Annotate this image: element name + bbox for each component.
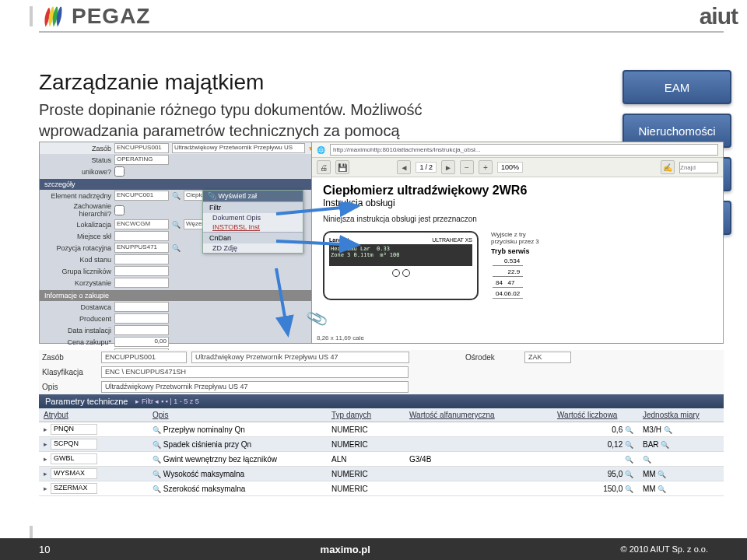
- lokalizacja-field[interactable]: ENCWCGM: [114, 219, 169, 229]
- num-cell[interactable]: 0,6: [612, 425, 622, 434]
- l-zasob-field[interactable]: ENCUPPUS001: [101, 352, 187, 363]
- search-icon[interactable]: 🔍: [153, 471, 161, 478]
- table-row[interactable]: ▸PNQN🔍 Przepływ nominalny QnNUMERIC0,6 🔍…: [39, 422, 724, 437]
- search-icon[interactable]: 🔍: [153, 456, 161, 464]
- page-total: 2: [429, 163, 433, 171]
- alfa-cell[interactable]: [405, 422, 552, 437]
- col-jedn[interactable]: Jednostka miary: [638, 408, 724, 422]
- alfa-cell[interactable]: [405, 467, 552, 481]
- jedn-cell[interactable]: BAR: [643, 440, 659, 449]
- datainstalacji-field[interactable]: [114, 325, 169, 335]
- l-klas-field[interactable]: ENC \ ENCUPPUS471SH: [101, 366, 409, 378]
- search-icon[interactable]: 🔍: [625, 426, 633, 434]
- jedn-cell[interactable]: M3/H: [643, 425, 661, 434]
- attr-field[interactable]: WYSMAX: [51, 468, 97, 479]
- zoom-out-icon[interactable]: −: [460, 160, 474, 174]
- l-osrodek-field[interactable]: ZAK: [524, 352, 571, 363]
- alfa-cell[interactable]: [405, 437, 552, 452]
- search-icon[interactable]: 🔍: [643, 456, 651, 464]
- l-opis-field[interactable]: Ultradźwiękowy Przetwornik Przepływu US …: [101, 381, 409, 393]
- table-row[interactable]: ▸SZERMAX🔍 Szerokość maksymalnaNUMERIC150…: [39, 481, 724, 496]
- col-num[interactable]: Wartość liczbowa: [552, 408, 638, 422]
- doc-subtitle: Instrukcja obsługi: [323, 198, 712, 208]
- row-expand-icon[interactable]: ▸: [44, 425, 47, 433]
- cena-field[interactable]: 0,00: [114, 337, 169, 347]
- page-current[interactable]: 1: [419, 163, 423, 171]
- jedn-cell[interactable]: MM: [643, 485, 656, 493]
- search-icon[interactable]: 🔍: [658, 485, 666, 493]
- attr-field[interactable]: SZERMAX: [51, 483, 97, 494]
- next-page-icon[interactable]: ►: [441, 160, 455, 174]
- l-osrodek-label: Ośrodek: [465, 353, 520, 362]
- table-row[interactable]: ▸GWBL🔍 Gwint wewnętrzny bez łącznikówALN…: [39, 452, 724, 467]
- unikowe-checkbox[interactable]: [114, 166, 124, 177]
- col-alfa[interactable]: Wartość alfanumeryczna: [405, 408, 552, 422]
- zasob-desc-field[interactable]: Ultradźwiękowy Przetwornik Przepływu US: [172, 143, 305, 153]
- attr-field[interactable]: GWBL: [51, 453, 97, 464]
- jedn-cell[interactable]: MM: [643, 470, 656, 478]
- search-icon[interactable]: 🔍: [625, 471, 633, 478]
- table-row[interactable]: ▸WYSMAX🔍 Wysokość maksymalnaNUMERIC95,0 …: [39, 467, 724, 481]
- num-cell[interactable]: 95,0: [608, 470, 622, 478]
- col-opis[interactable]: Opis: [148, 408, 327, 422]
- footer-domain: maximo.pl: [70, 544, 621, 555]
- search-icon[interactable]: 🔍: [172, 221, 181, 229]
- search-icon[interactable]: 🔍: [661, 441, 669, 449]
- row-expand-icon[interactable]: ▸: [44, 440, 47, 448]
- search-icon[interactable]: 🔍: [153, 441, 161, 449]
- search-icon[interactable]: 🔍: [172, 192, 181, 200]
- prev-page-icon[interactable]: ◄: [397, 160, 411, 174]
- pozycja-field[interactable]: ENUPPUS471: [114, 243, 169, 253]
- slide-header: PEGAZ aiut: [0, 0, 747, 30]
- alfa-cell[interactable]: G3/4B: [405, 452, 552, 467]
- search-icon[interactable]: 🔍: [625, 441, 633, 449]
- search-icon[interactable]: 🔍: [664, 426, 672, 434]
- find-input[interactable]: [679, 162, 718, 173]
- search-icon[interactable]: 🔍: [172, 244, 181, 252]
- search-icon[interactable]: 🔍: [153, 426, 161, 434]
- korzystanie-field[interactable]: [114, 278, 169, 288]
- filter-link[interactable]: ▸ Filtr ◂ ▪ ▪ | 1 - 5 z 5: [135, 397, 198, 405]
- typ-cell: NUMERIC: [327, 467, 405, 481]
- sign-icon[interactable]: ✍: [661, 160, 675, 174]
- section-szczegoly[interactable]: szczegóły: [40, 179, 349, 190]
- dostawca-field[interactable]: [114, 302, 169, 312]
- col-typ[interactable]: Typ danych: [327, 408, 405, 422]
- search-icon[interactable]: 🔍: [658, 471, 666, 478]
- alfa-cell[interactable]: [405, 481, 552, 496]
- zoom-in-icon[interactable]: +: [479, 160, 493, 174]
- lokalizacja-label: Lokalizacja: [43, 221, 111, 229]
- opis-cell: Spadek ciśnienia przy Qn: [163, 440, 251, 449]
- print-icon[interactable]: 🖨: [317, 160, 331, 174]
- typ-cell: NUMERIC: [327, 422, 405, 437]
- kodstanu-field[interactable]: [114, 254, 169, 264]
- row-expand-icon[interactable]: ▸: [44, 455, 47, 463]
- chip-eam[interactable]: EAM: [622, 70, 731, 104]
- grupa-field[interactable]: [114, 266, 169, 276]
- col-atrybut[interactable]: Atrybut: [39, 408, 148, 422]
- status-field[interactable]: OPERATING: [114, 155, 169, 165]
- reads-title: Wyjście z tryprzycisku przez 3: [491, 231, 539, 245]
- search-icon[interactable]: 🔍: [625, 485, 633, 493]
- aiut-logo: aiut: [700, 3, 738, 30]
- row-expand-icon[interactable]: ▸: [44, 485, 47, 492]
- table-row[interactable]: ▸SCPQN🔍 Spadek ciśnienia przy QnNUMERIC0…: [39, 437, 724, 452]
- producent-field[interactable]: [114, 313, 169, 324]
- miejsce-field[interactable]: [114, 231, 169, 241]
- zasob-field[interactable]: ENCUPPUS001: [114, 143, 169, 153]
- num-cell[interactable]: 0,12: [608, 440, 622, 449]
- search-icon[interactable]: 🔍: [153, 485, 161, 493]
- l-zasob-desc[interactable]: Ultradźwiękowy Przetwornik Przepływu US …: [191, 352, 409, 363]
- attr-field[interactable]: SCPQN: [51, 439, 97, 450]
- nadrzedny-field[interactable]: ENCUPC001: [114, 191, 169, 201]
- hierarchia-checkbox[interactable]: [114, 205, 124, 215]
- opis-cell: Wysokość maksymalna: [163, 470, 244, 478]
- search-icon[interactable]: 🔍: [625, 456, 633, 464]
- num-cell[interactable]: 150,0: [603, 485, 622, 493]
- row-expand-icon[interactable]: ▸: [44, 470, 47, 478]
- url-bar[interactable]: [330, 144, 718, 156]
- accent-bottom: [30, 526, 33, 538]
- save-icon[interactable]: 💾: [335, 160, 349, 174]
- attr-field[interactable]: PNQN: [51, 424, 97, 435]
- zoom-level[interactable]: 100%: [497, 162, 523, 173]
